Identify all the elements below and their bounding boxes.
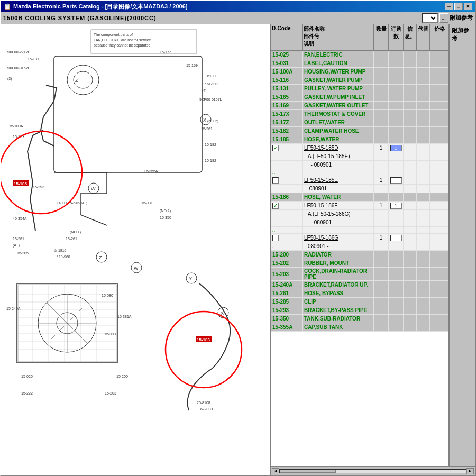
minimize-button[interactable]: ─ [445,3,453,10]
list-item[interactable]: 15-200 RADIATOR [271,251,448,259]
part-name: BRACKET,BY-PASS PIPE [303,306,374,314]
list-item[interactable]: 15-285 CLIP [271,298,448,306]
svg-text:Z: Z [75,78,78,83]
list-item[interactable]: 15-17Z OUTLET,WATER [271,118,448,127]
part-number-link[interactable]: LF50-15-185E [304,177,338,183]
extra-button[interactable]: ... [439,13,448,23]
list-item[interactable]: 15-202 RUBBER, MOUNT [271,259,448,268]
part-name: - 080901 [303,218,374,226]
parts-scrollbar-track[interactable] [279,469,466,473]
parts-scroll-left-btn[interactable]: ◄ [272,468,279,474]
part-order-input[interactable] [389,144,404,152]
part-checkbox[interactable] [272,235,279,241]
part-number-link[interactable]: LF50-15-185D [304,145,338,151]
list-item[interactable]: LF50-15-185E 1 [271,176,448,185]
part-name: LF50-15-186G [303,234,374,242]
list-item[interactable]: 15-350 TANK,SUB-RADIATOR [271,315,448,323]
part-checkbox[interactable] [272,177,279,184]
part-price [430,315,448,323]
part-price [430,152,448,160]
list-item[interactable]: LF50-15-185D 1 [271,144,448,152]
part-checkbox[interactable] [272,145,279,151]
list-item[interactable]: 15-116 GASKET,WATER PUMP [271,76,448,85]
part-order-input[interactable] [389,176,404,184]
part-dcode: 15-100A [271,68,303,76]
part-replace [417,127,430,135]
part-qty [374,102,389,109]
main-window: 📋 Mazda Electronic Parts Catalog - [目录图像… [0,0,476,476]
order-quantity-input[interactable] [390,177,402,184]
part-name: A (LF50-15-185E) [303,152,374,160]
parts-list[interactable]: 15-025 FAN,ELECTRIC 15-031 LABEL,CAUTION [271,51,448,466]
list-item[interactable]: 15-025 FAN,ELECTRIC [271,51,448,59]
list-item[interactable]: 15-182 CLAMP,WATER HOSE [271,127,448,135]
header-dcode: D-Code [271,24,303,50]
list-item[interactable]: 15-355A CAP,SUB TANK [271,323,448,332]
list-item[interactable]: 15-261 HOSE, BYPASS [271,289,448,298]
list-item[interactable]: 15-186 HOSE, WATER [271,193,448,202]
svg-text:6100: 6100 [207,74,216,78]
list-item: . 080901 - [271,242,448,251]
part-dcode [271,210,303,218]
part-info [404,234,417,242]
part-info [404,93,417,101]
part-dcode: 15-116 [271,76,303,84]
part-order-input[interactable] [389,202,404,209]
part-order [389,127,404,135]
part-info [404,102,417,109]
part-replace [417,234,430,242]
list-item[interactable]: LF50-15-186F 1 [271,202,448,210]
list-item[interactable]: 15-293 BRACKET,BY-PASS PIPE [271,306,448,315]
part-order [389,242,404,250]
maximize-button[interactable]: □ [454,3,463,10]
part-qty [374,210,389,218]
part-dcode [271,152,303,160]
list-item[interactable]: 15-185 HOSE,WATER [271,135,448,144]
order-quantity-input[interactable] [390,235,402,241]
svg-rect-0 [1,24,266,432]
order-quantity-input[interactable] [390,203,402,209]
header-price: 价格 [430,24,448,50]
list-item[interactable]: 15-031 LABEL,CAUTION [271,59,448,68]
part-order [389,210,404,218]
close-button[interactable]: ✕ [464,3,472,10]
part-price [430,281,448,289]
part-number-link[interactable]: LF50-15-186F [304,203,337,208]
part-order [389,152,404,160]
header-name: 部件名称 部件号 说明 [303,24,374,50]
list-item[interactable]: LF50-15-186G 1 [271,234,448,242]
list-item[interactable]: 15-131 PULLEY, WATER PUMP [271,85,448,93]
title-bar: 📋 Mazda Electronic Parts Catalog - [目录图像… [1,1,475,12]
diagram-scroll[interactable]: The component parts of FAN,ELECTRIC are … [1,24,270,475]
svg-text:because they cannot be separat: because they cannot be separated. [94,43,151,48]
list-item[interactable]: 15-100A HOUSING,WATER PUMP [271,68,448,76]
part-replace [417,135,430,143]
part-info [404,210,417,218]
toolbar-dropdown[interactable] [422,13,438,23]
parts-scroll-right-btn[interactable]: ► [466,468,474,474]
part-dcode [271,176,303,184]
svg-text:15-025: 15-025 [21,374,33,378]
list-item[interactable]: 15-17X THERMOSTAT & COVER [271,110,448,118]
part-dcode: 15-17X [271,110,303,118]
part-dcode: 15-186 [271,193,303,201]
part-order-input[interactable] [389,234,404,242]
svg-text:67-CC1: 67-CC1 [200,407,213,411]
list-item[interactable]: 15-203 COCK,DRAIN-RADIATOR PIPE [271,268,448,281]
main-content: The component parts of FAN,ELECTRIC are … [1,24,475,475]
part-checkbox[interactable] [272,203,279,209]
part-number-link[interactable]: LF50-15-186G [304,235,338,241]
part-price [430,59,448,67]
list-item[interactable]: 15-169 GASKET,WATER OUTLET [271,102,448,110]
parts-scrollbar-h[interactable]: ◄ ► [271,466,475,475]
part-dcode: 15-261 [271,289,303,297]
part-qty [374,93,389,101]
part-order [389,85,404,93]
order-quantity-input[interactable] [390,145,402,151]
part-replace [417,51,430,59]
part-name: CAP,SUB TANK [303,323,374,331]
list-item[interactable]: 15-165 GASKET,W.PUMP INLET [271,93,448,102]
part-qty [374,306,389,314]
list-item[interactable]: 15-240A BRACKET,RADIATOR UP. [271,281,448,289]
svg-text:15-131: 15-131 [28,57,39,61]
